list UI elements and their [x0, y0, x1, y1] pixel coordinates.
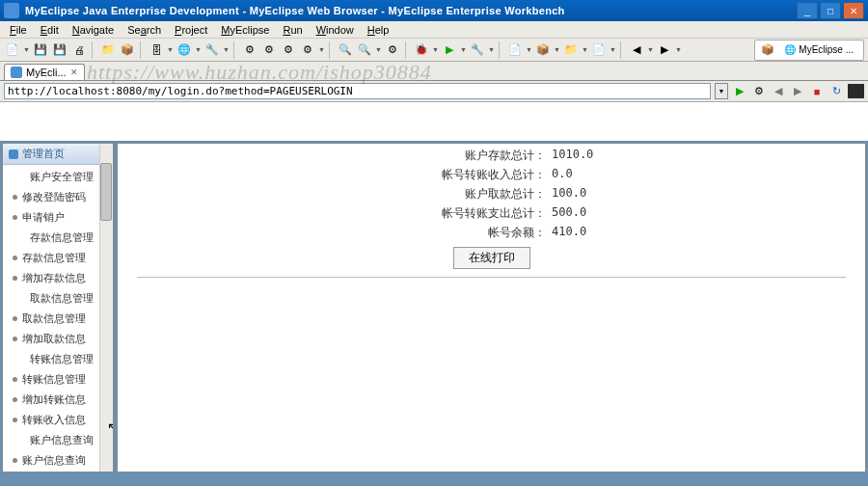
minimize-button[interactable]: _	[797, 2, 818, 19]
stop-icon[interactable]: ■	[809, 84, 825, 99]
sidebar-item-13[interactable]: 账户信息查询	[3, 430, 113, 450]
menu-bar: File Edit Navigate Search Project MyEcli…	[0, 21, 868, 39]
sidebar-header[interactable]: 管理首页	[3, 144, 113, 165]
dropdown-icon[interactable]: ▼	[582, 46, 588, 53]
tab-browser[interactable]: MyEcli... ✕	[4, 64, 85, 80]
run-icon[interactable]: ▶	[441, 41, 458, 59]
maximize-button[interactable]: □	[820, 2, 841, 19]
sidebar-item-3[interactable]: 存款信息管理	[3, 228, 113, 248]
gear-icon[interactable]: ⚙	[384, 41, 401, 59]
sidebar-item-label: 增加存款信息	[22, 271, 86, 285]
tab-close-icon[interactable]: ✕	[70, 68, 78, 77]
globe-icon[interactable]: 🌐	[176, 41, 193, 59]
stat-label: 帐号转账支出总计：	[137, 205, 552, 222]
gear-icon[interactable]: ⚙	[299, 41, 316, 59]
new-file-icon[interactable]: 📄	[590, 41, 608, 59]
sidebar-item-9[interactable]: 转账信息管理	[3, 349, 113, 369]
dropdown-icon[interactable]: ▼	[554, 46, 560, 53]
new-icon[interactable]: 📄	[4, 41, 21, 59]
forward-icon[interactable]: ▶	[656, 41, 673, 59]
search-icon[interactable]: 🔍	[356, 41, 373, 59]
home-icon[interactable]	[848, 84, 864, 98]
close-button[interactable]: ✕	[843, 2, 864, 19]
ext-icon[interactable]: 🔧	[203, 41, 221, 59]
db-icon[interactable]: 🗄	[148, 41, 165, 59]
forward-icon[interactable]: ▶	[790, 84, 805, 99]
new-project-icon[interactable]: 📦	[534, 41, 552, 59]
sidebar-item-0[interactable]: 账户安全管理	[3, 167, 113, 187]
perspective-icon[interactable]: 📦	[759, 41, 776, 59]
sidebar-scrollbar[interactable]	[99, 144, 113, 472]
tab-label: MyEcli...	[26, 67, 67, 78]
sidebar-header-label: 管理首页	[22, 147, 65, 161]
sidebar-item-14[interactable]: 账户信息查询	[3, 450, 113, 471]
gear-icon[interactable]: ⚙	[751, 84, 767, 99]
url-input[interactable]	[4, 83, 711, 99]
ext-run-icon[interactable]: 🔧	[469, 41, 486, 59]
sidebar-item-5[interactable]: 增加存款信息	[3, 268, 113, 288]
dropdown-icon[interactable]: ▼	[610, 46, 616, 53]
sidebar-item-1[interactable]: 修改登陆密码	[3, 187, 113, 207]
sidebar-item-12[interactable]: 转账收入信息	[3, 410, 113, 430]
sidebar-item-11[interactable]: 增加转账信息	[3, 390, 113, 410]
pkg-icon[interactable]: 📦	[119, 41, 136, 59]
menu-file[interactable]: File	[4, 23, 33, 37]
dropdown-icon[interactable]: ▼	[647, 46, 654, 53]
print-button[interactable]: 在线打印	[453, 247, 530, 269]
back-icon[interactable]: ◀	[771, 84, 786, 99]
menu-navigate[interactable]: Navigate	[67, 23, 120, 37]
scrollbar-thumb[interactable]	[100, 163, 112, 221]
menu-search[interactable]: Search	[122, 23, 167, 37]
stat-row-4: 帐号余额：410.0	[137, 225, 846, 241]
menu-window[interactable]: Window	[311, 23, 360, 37]
sidebar-item-6[interactable]: 取款信息管理	[3, 288, 113, 309]
stat-label: 账户存款总计：	[137, 148, 552, 164]
perspective-switcher[interactable]: 📦 🌐MyEclipse ...	[754, 40, 864, 61]
menu-help[interactable]: Help	[362, 23, 395, 37]
stats-area: 账户存款总计：1010.0帐号转账收入总计：0.0账户取款总计：100.0帐号转…	[118, 144, 865, 472]
menu-run[interactable]: Run	[277, 23, 308, 37]
debug-icon[interactable]: 🐞	[413, 41, 430, 59]
dropdown-icon[interactable]: ▼	[318, 46, 325, 53]
bullet-icon	[13, 397, 17, 402]
dropdown-icon[interactable]: ▼	[675, 46, 682, 53]
dropdown-icon[interactable]: ▼	[375, 46, 382, 53]
bullet-icon	[13, 256, 17, 260]
gear-icon[interactable]: ⚙	[280, 41, 297, 59]
sidebar-item-2[interactable]: 申请销户	[3, 207, 113, 228]
menu-edit[interactable]: Edit	[35, 23, 65, 37]
print-icon[interactable]: 🖨	[70, 41, 88, 59]
sidebar-item-label: 转账信息管理	[22, 372, 86, 387]
menu-myeclipse[interactable]: MyEclipse	[215, 23, 275, 37]
go-icon[interactable]: ▶	[732, 84, 747, 99]
save-icon[interactable]: 💾	[32, 41, 49, 59]
sidebar-item-4[interactable]: 存款信息管理	[3, 248, 113, 268]
dropdown-icon[interactable]: ▼	[23, 46, 30, 53]
dropdown-icon[interactable]: ▼	[167, 46, 174, 53]
new-wizard-icon[interactable]: 📄	[506, 41, 524, 59]
gear-icon[interactable]: ⚙	[241, 41, 258, 59]
sidebar-item-8[interactable]: 增加取款信息	[3, 329, 113, 349]
dropdown-icon[interactable]: ▼	[432, 46, 439, 53]
dropdown-icon[interactable]: ▼	[526, 46, 532, 53]
sidebar-item-7[interactable]: 取款信息管理	[3, 309, 113, 329]
sidebar-item-15[interactable]: 退出登陆状态	[3, 471, 113, 472]
back-icon[interactable]: ◀	[628, 41, 645, 59]
dropdown-icon[interactable]: ▼	[223, 46, 230, 53]
folder-icon[interactable]: 📁	[99, 41, 117, 59]
url-dropdown[interactable]: ▼	[715, 83, 728, 99]
new-folder-icon[interactable]: 📁	[562, 41, 580, 59]
stat-row-3: 帐号转账支出总计：500.0	[137, 205, 846, 222]
menu-project[interactable]: Project	[169, 23, 213, 37]
sidebar-item-label: 存款信息管理	[30, 230, 94, 245]
search-icon[interactable]: 🔍	[337, 41, 354, 59]
dropdown-icon[interactable]: ▼	[488, 46, 495, 53]
save-all-icon[interactable]: 💾	[51, 41, 68, 59]
content-area: 管理首页 账户安全管理修改登陆密码申请销户存款信息管理存款信息管理增加存款信息取…	[0, 141, 868, 486]
sidebar-item-10[interactable]: 转账信息管理	[3, 369, 113, 390]
refresh-icon[interactable]: ↻	[828, 84, 844, 99]
dropdown-icon[interactable]: ▼	[195, 46, 202, 53]
dropdown-icon[interactable]: ▼	[460, 46, 467, 53]
stat-value: 410.0	[552, 225, 586, 241]
gear-icon[interactable]: ⚙	[260, 41, 278, 59]
